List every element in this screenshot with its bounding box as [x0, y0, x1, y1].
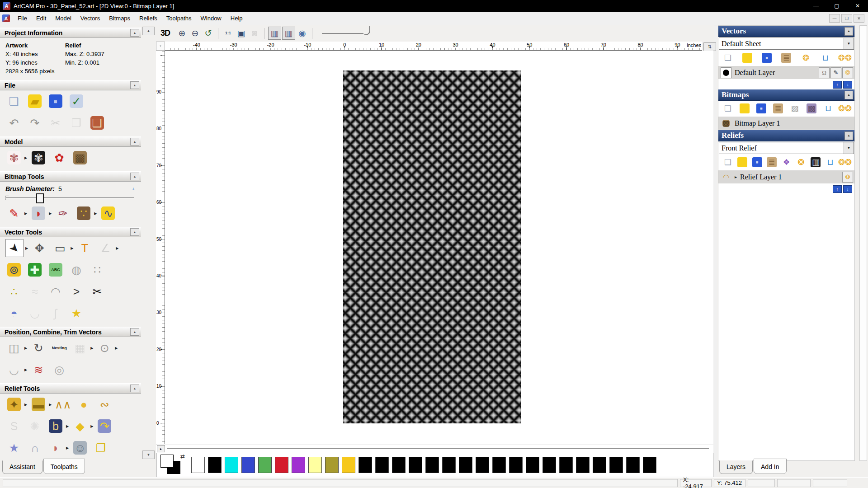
- palette-swatch-0[interactable]: [191, 457, 205, 473]
- vector-doctor-icon[interactable]: ★: [68, 305, 85, 322]
- rollup-button[interactable]: ▲: [130, 138, 139, 145]
- palette-swatch-2[interactable]: [225, 457, 238, 473]
- palette-swatch-24[interactable]: [593, 457, 606, 473]
- model-options-icon[interactable]: ✓: [68, 93, 85, 110]
- toggle-bitmap-view-icon[interactable]: ▥: [268, 27, 281, 40]
- palette-swatch-11[interactable]: [375, 457, 389, 473]
- menu-file[interactable]: File: [13, 13, 32, 24]
- rollup-button[interactable]: ▲: [130, 385, 139, 392]
- rollup-button[interactable]: ▲: [130, 228, 139, 236]
- toggle-all-reliefs-icon[interactable]: ❂❂: [839, 156, 851, 168]
- open-vectors-icon[interactable]: [741, 52, 753, 64]
- distort-vectors-icon[interactable]: ≋: [30, 361, 47, 378]
- import-relief-icon[interactable]: ≣: [766, 156, 778, 168]
- zoom-fit-icon[interactable]: ▣: [235, 27, 247, 39]
- model-lighting-icon[interactable]: ✿: [51, 149, 68, 166]
- save-relief-icon[interactable]: ▪: [751, 156, 763, 168]
- zoom-out-icon[interactable]: ⊖: [189, 27, 201, 39]
- texture-wizard-icon[interactable]: b: [47, 418, 64, 435]
- menu-window[interactable]: Window: [196, 13, 226, 24]
- move-layer-up-icon[interactable]: ↑: [833, 81, 842, 89]
- save-vectors-icon[interactable]: ▪: [761, 52, 773, 64]
- dropdown-arrow-icon[interactable]: ▼: [844, 142, 854, 154]
- canvas-horizontal-scrollbar[interactable]: ▸: [156, 445, 713, 453]
- toggle-all-bitmaps-icon[interactable]: ❂❂: [839, 103, 851, 114]
- tab-layers[interactable]: Layers: [719, 460, 753, 474]
- relief-layer-bulb-icon[interactable]: ❂: [842, 172, 853, 183]
- lock-layer-icon[interactable]: Ω: [819, 67, 830, 78]
- flyout-arrow-icon[interactable]: ▶: [24, 211, 27, 216]
- palette-swatch-1[interactable]: [208, 457, 222, 473]
- open-model-icon[interactable]: ▰: [26, 93, 43, 110]
- texture-relief-icon[interactable]: ▩: [71, 149, 89, 166]
- text-tools-icon[interactable]: ABC: [47, 261, 64, 278]
- palette-swatch-17[interactable]: [476, 457, 489, 473]
- flyout-arrow-icon[interactable]: ▶: [49, 211, 52, 216]
- import-vectors-icon[interactable]: ≣: [780, 52, 792, 64]
- create-text-icon[interactable]: T: [76, 239, 93, 257]
- pick-colour-icon[interactable]: ✑: [54, 205, 71, 222]
- ruler-spin-button[interactable]: ⇅: [703, 42, 716, 51]
- flyout-arrow-icon[interactable]: ▶: [90, 424, 93, 428]
- create-polyline-icon[interactable]: >: [68, 283, 85, 300]
- nesting-icon[interactable]: Nesting: [51, 339, 68, 357]
- flyout-arrow-icon[interactable]: ▶: [94, 211, 97, 216]
- zero-plane-icon[interactable]: ▬: [30, 396, 47, 413]
- palette-swatch-18[interactable]: [492, 457, 506, 473]
- relief-visibility-icon[interactable]: ❂: [795, 156, 807, 168]
- new-sheet-icon[interactable]: ❏: [722, 52, 734, 64]
- create-arc-icon[interactable]: ◠: [47, 283, 64, 300]
- bridge-clipart-icon[interactable]: ∩: [26, 439, 43, 456]
- menu-bitmaps[interactable]: Bitmaps: [104, 13, 135, 24]
- flood-fill-icon[interactable]: ◗: [30, 205, 47, 222]
- menu-help[interactable]: Help: [226, 13, 247, 24]
- palette-swatch-14[interactable]: [425, 457, 439, 473]
- merge-relief-icon[interactable]: ∾: [96, 396, 113, 413]
- maximize-button[interactable]: ▢: [826, 0, 847, 12]
- panel-scrollbar[interactable]: [859, 25, 867, 461]
- bitmap-thumbnail-icon[interactable]: ▩: [721, 118, 731, 129]
- minimize-button[interactable]: —: [806, 0, 826, 12]
- rollup-button[interactable]: ▲: [130, 29, 139, 37]
- expander-icon[interactable]: ▸: [735, 174, 737, 179]
- flyout-arrow-icon[interactable]: ▶: [24, 156, 27, 160]
- panel-scrollbar[interactable]: ▲ ▼: [142, 27, 155, 459]
- weld-vectors-icon[interactable]: ⊙: [96, 339, 113, 357]
- open-bitmap-icon[interactable]: [739, 103, 750, 114]
- menu-reliefs[interactable]: Reliefs: [135, 13, 162, 24]
- relief-preview-icon[interactable]: ◉: [296, 27, 308, 39]
- swap-colours-icon[interactable]: ⇄: [180, 453, 185, 460]
- text-on-curve-icon[interactable]: ↻: [30, 339, 47, 357]
- redo-icon[interactable]: ↷: [26, 114, 43, 131]
- palette-swatch-15[interactable]: [442, 457, 456, 473]
- transform-vectors-icon[interactable]: ✥: [31, 239, 48, 257]
- star-wizard-icon[interactable]: ★: [5, 439, 23, 456]
- smooth-relief-icon[interactable]: ∧∧: [54, 396, 71, 413]
- edit-layer-icon[interactable]: ✎: [830, 67, 841, 78]
- scrollbar-track[interactable]: [167, 448, 709, 449]
- tab-toolpaths[interactable]: Toolpaths: [43, 459, 85, 474]
- trim-vectors-icon[interactable]: ✂: [89, 283, 106, 300]
- flyout-arrow-icon[interactable]: ▶: [49, 403, 52, 407]
- primary-colour-swatch[interactable]: [160, 455, 174, 468]
- view-3d-button[interactable]: 3D: [160, 28, 170, 38]
- rollup-button[interactable]: ▲: [844, 27, 853, 36]
- delete-bitmap-icon[interactable]: ⊔: [822, 103, 834, 114]
- tab-assistant[interactable]: Assistant: [2, 460, 42, 474]
- set-model-size-icon[interactable]: ✾: [5, 149, 23, 166]
- flyout-arrow-icon[interactable]: ▶: [66, 446, 69, 450]
- menu-toolpaths[interactable]: Toolpaths: [162, 13, 196, 24]
- rollup-button[interactable]: ▲: [844, 131, 853, 140]
- layer-colour-swatch[interactable]: [721, 67, 731, 78]
- rollup-button[interactable]: ▲: [130, 328, 139, 336]
- palette-swatch-16[interactable]: [459, 457, 472, 473]
- flyout-arrow-icon[interactable]: ▶: [24, 403, 27, 407]
- layer-bulb-icon[interactable]: ❂: [842, 67, 853, 78]
- two-rail-sweep-icon[interactable]: ♦: [89, 459, 106, 462]
- stamp-relief-icon[interactable]: ▥: [810, 156, 821, 168]
- contrast-slider[interactable]: [322, 32, 370, 35]
- bitmap-preview-icon[interactable]: ▩: [806, 103, 817, 114]
- move-relief-down-icon[interactable]: ↓: [843, 185, 852, 193]
- palette-swatch-4[interactable]: [258, 457, 272, 473]
- face-wizard-icon[interactable]: ☺: [71, 439, 89, 456]
